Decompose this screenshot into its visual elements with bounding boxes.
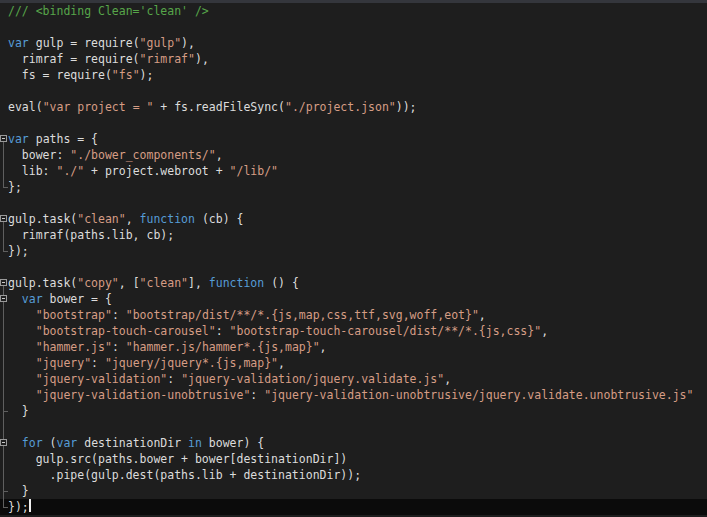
code-text: }); xyxy=(8,499,29,515)
code-text: } xyxy=(8,483,29,499)
code-line[interactable] xyxy=(0,419,707,435)
code-line[interactable]: rimraf = require("rimraf"), xyxy=(0,51,707,67)
fold-margin xyxy=(0,163,8,179)
fold-collapse-icon[interactable] xyxy=(0,291,8,307)
code-editor[interactable]: /// <binding Clean='clean' />var gulp = … xyxy=(0,0,707,517)
code-line[interactable] xyxy=(0,259,707,275)
code-line[interactable]: .pipe(gulp.dest(paths.lib + destinationD… xyxy=(0,467,707,483)
code-line[interactable] xyxy=(0,19,707,35)
code-line[interactable]: }; xyxy=(0,179,707,195)
fold-margin xyxy=(0,371,8,387)
code-line[interactable]: "hammer.js": "hammer.js/hammer*.{js,map}… xyxy=(0,339,707,355)
code-line[interactable]: var bower = { xyxy=(0,291,707,307)
fold-margin xyxy=(0,355,8,371)
fold-margin xyxy=(0,35,8,51)
code-line[interactable]: gulp.task("copy", ["clean"], function ()… xyxy=(0,275,707,291)
fold-collapse-icon[interactable] xyxy=(0,131,8,147)
fold-margin xyxy=(0,307,8,323)
code-text: "bootstrap-touch-carousel": "bootstrap-t… xyxy=(8,323,548,339)
code-line[interactable]: fs = require("fs"); xyxy=(0,67,707,83)
code-line[interactable]: "bootstrap": "bootstrap/dist/**/*.{js,ma… xyxy=(0,307,707,323)
code-line[interactable]: }); xyxy=(0,243,707,259)
code-text: "jquery-validation-unobtrusive": "jquery… xyxy=(8,387,693,403)
code-text: "bootstrap": "bootstrap/dist/**/*.{js,ma… xyxy=(8,307,486,323)
fold-margin xyxy=(0,323,8,339)
code-line[interactable] xyxy=(0,195,707,211)
code-text: bower: "./bower_components/", xyxy=(8,147,223,163)
fold-collapse-icon[interactable] xyxy=(0,211,8,227)
code-line[interactable]: gulp.src(paths.bower + bower[destination… xyxy=(0,451,707,467)
fold-margin xyxy=(0,3,8,19)
code-line[interactable]: lib: "./" + project.webroot + "/lib/" xyxy=(0,163,707,179)
fold-margin xyxy=(0,51,8,67)
code-line[interactable]: "jquery": "jquery/jquery*.{js,map}", xyxy=(0,355,707,371)
fold-margin xyxy=(0,179,8,195)
fold-margin xyxy=(0,227,8,243)
code-line[interactable]: bower: "./bower_components/", xyxy=(0,147,707,163)
code-line[interactable]: var gulp = require("gulp"), xyxy=(0,35,707,51)
text-caret xyxy=(29,499,31,512)
fold-margin xyxy=(0,19,8,35)
fold-collapse-icon[interactable] xyxy=(0,275,8,291)
fold-margin xyxy=(0,387,8,403)
code-line[interactable]: "bootstrap-touch-carousel": "bootstrap-t… xyxy=(0,323,707,339)
code-text: }); xyxy=(8,243,29,259)
code-line[interactable]: /// <binding Clean='clean' /> xyxy=(0,3,707,19)
code-line[interactable]: "jquery-validation": "jquery-validation/… xyxy=(0,371,707,387)
code-text: gulp.src(paths.bower + bower[destination… xyxy=(8,451,347,467)
code-text: rimraf(paths.lib, cb); xyxy=(8,227,174,243)
code-line[interactable]: }); xyxy=(0,499,707,515)
code-text: var gulp = require("gulp"), xyxy=(8,35,195,51)
fold-margin xyxy=(0,115,8,131)
code-area[interactable]: /// <binding Clean='clean' />var gulp = … xyxy=(0,3,707,515)
fold-margin xyxy=(0,483,8,499)
code-text: var bower = { xyxy=(8,291,112,307)
fold-margin xyxy=(0,67,8,83)
code-line[interactable]: var paths = { xyxy=(0,131,707,147)
fold-margin xyxy=(0,403,8,419)
code-line[interactable]: "jquery-validation-unobtrusive": "jquery… xyxy=(0,387,707,403)
code-text: rimraf = require("rimraf"), xyxy=(8,51,209,67)
code-text: "jquery-validation": "jquery-validation/… xyxy=(8,371,451,387)
code-line[interactable]: eval("var project = " + fs.readFileSync(… xyxy=(0,99,707,115)
code-line[interactable]: rimraf(paths.lib, cb); xyxy=(0,227,707,243)
fold-margin xyxy=(0,467,8,483)
fold-margin xyxy=(0,195,8,211)
fold-margin xyxy=(0,83,8,99)
code-text: /// <binding Clean='clean' /> xyxy=(8,3,209,19)
fold-margin xyxy=(0,339,8,355)
fold-margin xyxy=(0,419,8,435)
code-text: var paths = { xyxy=(8,131,98,147)
code-text: }; xyxy=(8,179,22,195)
code-text: lib: "./" + project.webroot + "/lib/" xyxy=(8,163,278,179)
code-text: } xyxy=(8,403,29,419)
code-text: eval("var project = " + fs.readFileSync(… xyxy=(8,99,417,115)
code-text: "jquery": "jquery/jquery*.{js,map}", xyxy=(8,355,285,371)
fold-margin xyxy=(0,147,8,163)
code-text: for (var destinationDir in bower) { xyxy=(8,435,264,451)
fold-margin xyxy=(0,259,8,275)
code-line[interactable]: } xyxy=(0,483,707,499)
code-line[interactable] xyxy=(0,83,707,99)
code-text: "hammer.js": "hammer.js/hammer*.{js,map}… xyxy=(8,339,327,355)
fold-margin xyxy=(0,99,8,115)
fold-collapse-icon[interactable] xyxy=(0,435,8,451)
code-line[interactable]: for (var destinationDir in bower) { xyxy=(0,435,707,451)
fold-margin xyxy=(0,499,8,515)
code-line[interactable] xyxy=(0,115,707,131)
code-text: gulp.task("copy", ["clean"], function ()… xyxy=(8,275,299,291)
code-text: .pipe(gulp.dest(paths.lib + destinationD… xyxy=(8,467,361,483)
code-text: gulp.task("clean", function (cb) { xyxy=(8,211,243,227)
code-text: fs = require("fs"); xyxy=(8,67,153,83)
code-line[interactable]: } xyxy=(0,403,707,419)
fold-margin xyxy=(0,451,8,467)
fold-margin xyxy=(0,243,8,259)
code-line[interactable]: gulp.task("clean", function (cb) { xyxy=(0,211,707,227)
